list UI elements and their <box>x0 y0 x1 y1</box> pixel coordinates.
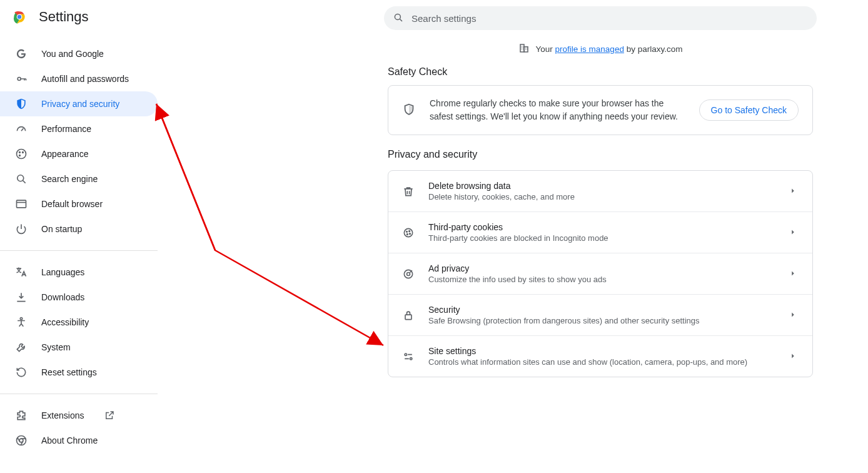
svg-point-19 <box>407 233 408 235</box>
shield-outline-icon <box>402 103 416 118</box>
svg-point-13 <box>395 14 400 19</box>
sidebar-item-label: On startup <box>41 224 82 234</box>
sidebar-item-label: Default browser <box>41 199 103 209</box>
sidebar-item-search-engine[interactable]: Search engine <box>0 166 158 191</box>
chevron-right-icon <box>789 269 799 279</box>
page-title: Settings <box>39 9 89 25</box>
row-title: Site settings <box>428 346 775 356</box>
row-subtitle: Delete history, cookies, cache, and more <box>428 192 775 201</box>
translate-icon <box>15 266 28 278</box>
reset-icon <box>15 366 28 379</box>
row-subtitle: Third-party cookies are blocked in Incog… <box>428 233 775 243</box>
ad-privacy-icon <box>402 268 415 280</box>
svg-point-6 <box>23 152 24 153</box>
sidebar-divider <box>0 394 158 394</box>
sidebar-item-label: Autofill and passwords <box>41 74 129 84</box>
sidebar-item-autofill[interactable]: Autofill and passwords <box>0 66 158 91</box>
sidebar-item-system[interactable]: System <box>0 335 158 360</box>
chevron-right-icon <box>789 186 799 196</box>
managed-prefix: Your <box>536 44 555 54</box>
safety-check-card: Chrome regularly checks to make sure you… <box>388 85 813 135</box>
sidebar-item-label: Accessibility <box>41 317 89 327</box>
row-third-party-cookies[interactable]: Third-party cookies Third-party cookies … <box>388 211 812 253</box>
sidebar-item-reset-settings[interactable]: Reset settings <box>0 360 158 385</box>
row-delete-browsing-data[interactable]: Delete browsing data Delete history, coo… <box>388 171 812 211</box>
section-title-privacy-security: Privacy and security <box>388 149 477 160</box>
sidebar-item-label: You and Google <box>41 49 104 59</box>
cookie-icon <box>402 226 415 239</box>
svg-point-10 <box>20 318 22 320</box>
row-security[interactable]: Security Safe Browsing (protection from … <box>388 294 812 335</box>
row-title: Third-party cookies <box>428 222 775 232</box>
svg-rect-9 <box>17 200 26 208</box>
svg-point-20 <box>410 233 411 234</box>
sidebar-item-extensions[interactable]: Extensions <box>0 403 158 428</box>
privacy-security-list: Delete browsing data Delete history, coo… <box>388 170 813 377</box>
row-subtitle: Safe Browsing (protection from dangerous… <box>428 316 775 325</box>
sliders-icon <box>402 350 415 363</box>
trash-icon <box>402 185 415 198</box>
google-g-icon <box>15 48 28 60</box>
safety-check-message: Chrome regularly checks to make sure you… <box>430 97 685 123</box>
search-icon <box>15 173 28 185</box>
search-input[interactable] <box>410 13 817 24</box>
row-text: Third-party cookies Third-party cookies … <box>428 222 775 243</box>
sidebar-item-label: Search engine <box>41 174 98 184</box>
sidebar-item-label: Performance <box>41 124 91 134</box>
svg-point-17 <box>406 231 408 232</box>
row-text: Site settings Controls what information … <box>428 346 775 367</box>
row-subtitle: Controls what information sites can use … <box>428 357 775 367</box>
sidebar-item-label: Appearance <box>41 149 89 159</box>
sidebar-item-appearance[interactable]: Appearance <box>0 141 158 166</box>
row-site-settings[interactable]: Site settings Controls what information … <box>388 335 812 377</box>
svg-point-22 <box>407 272 410 275</box>
sidebar-item-label: Languages <box>41 267 84 277</box>
palette-icon <box>15 148 28 160</box>
sidebar-divider <box>0 250 158 251</box>
profile-managed-notice: Your profile is managed by parlaxy.com <box>388 43 813 56</box>
power-icon <box>15 223 28 235</box>
chrome-outline-icon <box>15 434 28 447</box>
building-icon <box>518 43 530 56</box>
sidebar-item-on-startup[interactable]: On startup <box>0 216 158 242</box>
sidebar-item-privacy-security[interactable]: Privacy and security <box>0 91 158 116</box>
row-title: Delete browsing data <box>428 181 775 191</box>
row-ad-privacy[interactable]: Ad privacy Customize the info used by si… <box>388 253 812 294</box>
chevron-right-icon <box>789 310 799 320</box>
sidebar-item-label: Reset settings <box>41 367 97 377</box>
sidebar-item-label: System <box>41 342 71 352</box>
sidebar-item-label: Extensions <box>41 410 84 420</box>
extension-icon <box>15 409 28 422</box>
sidebar-item-label: About Chrome <box>41 435 98 445</box>
key-icon <box>15 73 28 85</box>
search-bar[interactable] <box>384 6 817 30</box>
wrench-icon <box>15 341 28 353</box>
profile-managed-link[interactable]: profile is managed <box>555 44 624 54</box>
row-title: Ad privacy <box>428 263 775 273</box>
speedometer-icon <box>15 123 28 135</box>
row-title: Security <box>428 305 775 315</box>
sidebar: You and Google Autofill and passwords Pr… <box>0 38 158 453</box>
browser-icon <box>15 198 28 210</box>
sidebar-item-label: Privacy and security <box>41 99 119 109</box>
svg-point-18 <box>409 230 410 231</box>
search-icon <box>393 12 404 25</box>
sidebar-item-downloads[interactable]: Downloads <box>0 285 158 310</box>
sidebar-item-languages[interactable]: Languages <box>0 260 158 285</box>
sidebar-item-default-browser[interactable]: Default browser <box>0 191 158 216</box>
managed-text: Your profile is managed by parlaxy.com <box>536 44 683 54</box>
sidebar-item-accessibility[interactable]: Accessibility <box>0 310 158 335</box>
download-icon <box>15 291 28 303</box>
sidebar-item-performance[interactable]: Performance <box>0 116 158 141</box>
lock-icon <box>402 309 415 322</box>
sidebar-item-about-chrome[interactable]: About Chrome <box>0 428 158 453</box>
shield-icon <box>15 98 28 110</box>
svg-point-7 <box>19 155 21 156</box>
accessibility-icon <box>15 316 28 328</box>
sidebar-item-you-and-google[interactable]: You and Google <box>0 41 158 66</box>
go-to-safety-check-button[interactable]: Go to Safety Check <box>699 99 799 121</box>
chrome-logo-icon <box>11 9 28 25</box>
svg-rect-14 <box>520 44 524 52</box>
row-text: Ad privacy Customize the info used by si… <box>428 263 775 284</box>
svg-point-16 <box>404 228 412 236</box>
